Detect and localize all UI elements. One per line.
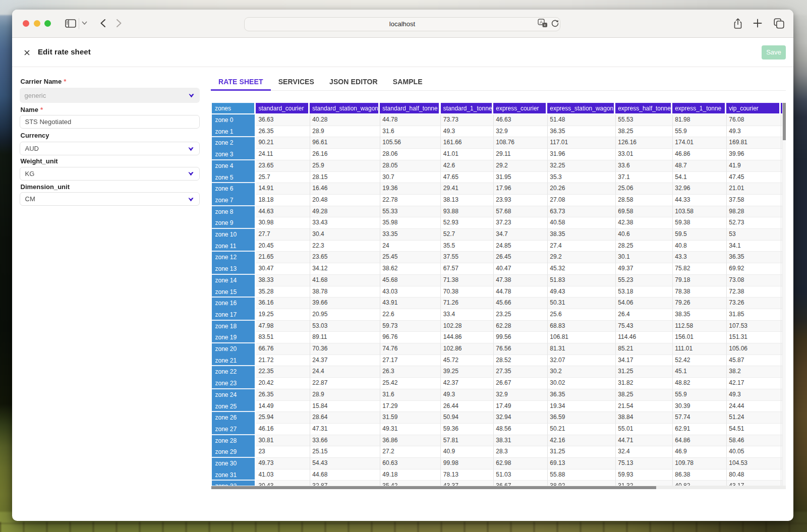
svg-text:x: x — [544, 23, 546, 27]
svg-text:A: A — [540, 20, 543, 25]
